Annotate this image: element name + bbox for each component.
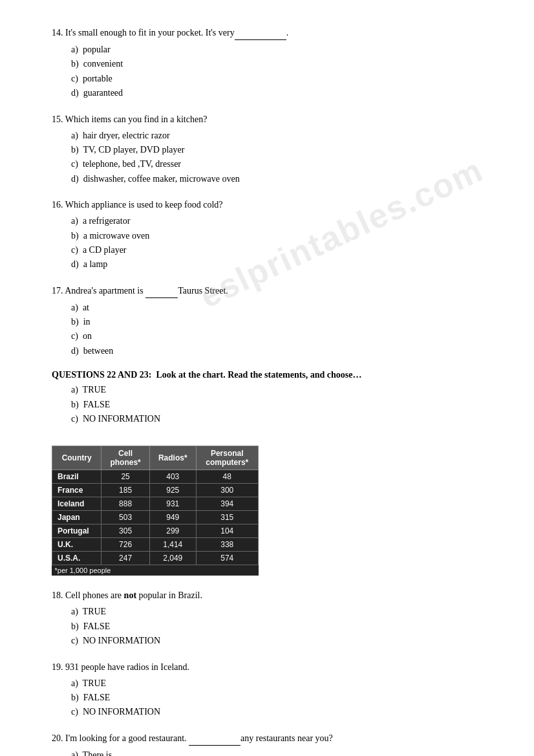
table-row: U.S.A. 247 2,049 574	[52, 552, 259, 565]
data-cell: 888	[101, 497, 150, 511]
list-item: d) a lamp	[71, 257, 495, 272]
section-22-23: QUESTIONS 22 AND 23: Look at the chart. …	[52, 370, 495, 426]
country-cell: U.S.A.	[52, 552, 101, 565]
section-options: a) TRUE b) FALSE c) NO INFORMATION	[52, 383, 495, 426]
country-cell: France	[52, 484, 101, 497]
question-19: 19. 931 people have radios in Iceland. a…	[52, 660, 495, 720]
list-item: b) FALSE	[71, 620, 495, 634]
section-label: QUESTIONS 22 AND 23:	[52, 370, 151, 380]
list-item: a) a refrigerator	[71, 214, 495, 228]
table-note-row: *per 1,000 people	[52, 565, 259, 576]
q20-options: a) There is b) There are c) Is there d) …	[52, 748, 495, 756]
data-chart: Country Cellphones* Radios* Personalcomp…	[52, 446, 259, 576]
data-cell: 104	[196, 524, 258, 538]
list-item: c) telephone, bed ,TV, dresser	[71, 157, 495, 171]
data-cell: 1,414	[149, 538, 196, 552]
list-item: b) in	[71, 315, 495, 329]
table-row: Brazil 25 403 48	[52, 470, 259, 484]
col-header-pc: Personalcomputers*	[196, 446, 258, 470]
q18-bold: not	[124, 590, 136, 600]
question-19-text: 19. 931 people have radios in Iceland.	[52, 660, 495, 674]
table-row: Iceland 888 931 394	[52, 497, 259, 511]
question-16-text: 16. Which appliance is used to keep food…	[52, 198, 495, 211]
data-cell: 925	[149, 484, 196, 497]
list-item: d) dishwasher, coffee maker, microwave o…	[71, 172, 495, 186]
data-cell: 726	[101, 538, 150, 552]
list-item: a) TRUE	[71, 676, 495, 691]
list-item: a) There is	[71, 748, 495, 756]
question-20: 20. I'm looking for a good restaurant. a…	[52, 731, 495, 756]
question-16: 16. Which appliance is used to keep food…	[52, 198, 495, 272]
list-item: a) TRUE	[71, 383, 495, 397]
stats-table: Country Cellphones* Radios* Personalcomp…	[52, 446, 259, 576]
list-item: c) portable	[71, 72, 495, 86]
col-header-radios: Radios*	[149, 446, 196, 470]
data-cell: 931	[149, 497, 196, 511]
table-row: France 185 925 300	[52, 484, 259, 497]
data-cell: 247	[101, 552, 150, 565]
question-17-text: 17. Andrea's apartment is Taurus Street.	[52, 284, 495, 298]
q18-options: a) TRUE b) FALSE c) NO INFORMATION	[52, 605, 495, 648]
list-item: b) convenient	[71, 57, 495, 71]
data-cell: 2,049	[149, 552, 196, 565]
data-cell: 300	[196, 484, 258, 497]
q19-options: a) TRUE b) FALSE c) NO INFORMATION	[52, 676, 495, 720]
question-17: 17. Andrea's apartment is Taurus Street.…	[52, 284, 495, 359]
data-cell: 403	[149, 470, 196, 484]
table-note: *per 1,000 people	[52, 565, 259, 576]
col-header-cell: Cellphones*	[101, 446, 150, 470]
list-item: d) between	[71, 344, 495, 358]
list-item: a) TRUE	[71, 605, 495, 619]
data-cell: 949	[149, 511, 196, 524]
q17-number: 17.	[52, 286, 63, 296]
list-item: b) TV, CD player, DVD player	[71, 143, 495, 157]
data-cell: 48	[196, 470, 258, 484]
data-cell: 305	[101, 524, 150, 538]
question-18: 18. Cell phones are not popular in Brazi…	[52, 589, 495, 648]
data-cell: 185	[101, 484, 150, 497]
q17-options: a) at b) in c) on d) between	[52, 301, 495, 359]
question-15: 15. Which items can you find in a kitche…	[52, 113, 495, 187]
list-item: c) NO INFORMATION	[71, 705, 495, 719]
country-cell: Iceland	[52, 497, 101, 511]
section-instruction: Look at the chart. Read the statements, …	[156, 370, 361, 380]
list-item: a) at	[71, 301, 495, 315]
data-cell: 503	[101, 511, 150, 524]
q19-number: 19.	[52, 662, 63, 672]
data-cell: 315	[196, 511, 258, 524]
country-cell: U.K.	[52, 538, 101, 552]
data-cell: 299	[149, 524, 196, 538]
q16-number: 16.	[52, 200, 63, 210]
list-item: b) FALSE	[71, 398, 495, 412]
list-item: b) FALSE	[71, 691, 495, 705]
q16-options: a) a refrigerator b) a microwave oven c)…	[52, 214, 495, 272]
q15-number: 15.	[52, 114, 63, 124]
list-item: a) popular	[71, 43, 495, 57]
list-item: a) hair dryer, electric razor	[71, 129, 495, 143]
table-row: Portugal 305 299 104	[52, 524, 259, 538]
q14-number: 14.	[52, 28, 63, 38]
q20-number: 20.	[52, 733, 63, 743]
q15-options: a) hair dryer, electric razor b) TV, CD …	[52, 129, 495, 187]
list-item: c) on	[71, 329, 495, 343]
data-cell: 574	[196, 552, 258, 565]
list-item: d) guaranteed	[71, 86, 495, 100]
data-cell: 394	[196, 497, 258, 511]
q14-options: a) popular b) convenient c) portable d) …	[52, 43, 495, 101]
country-cell: Japan	[52, 511, 101, 524]
question-20-text: 20. I'm looking for a good restaurant. a…	[52, 731, 495, 746]
list-item: c) NO INFORMATION	[71, 634, 495, 648]
list-item: b) a microwave oven	[71, 229, 495, 243]
table-row: U.K. 726 1,414 338	[52, 538, 259, 552]
question-18-text: 18. Cell phones are not popular in Brazi…	[52, 589, 495, 602]
question-14-text: 14. It's small enough to fit in your poc…	[52, 26, 495, 40]
data-cell: 338	[196, 538, 258, 552]
q20-blank	[189, 731, 240, 746]
question-14: 14. It's small enough to fit in your poc…	[52, 26, 495, 101]
list-item: c) a CD player	[71, 243, 495, 257]
q14-blank	[235, 26, 286, 40]
q18-number: 18.	[52, 590, 63, 600]
country-cell: Portugal	[52, 524, 101, 538]
list-item: c) NO INFORMATION	[71, 412, 495, 426]
data-cell: 25	[101, 470, 150, 484]
